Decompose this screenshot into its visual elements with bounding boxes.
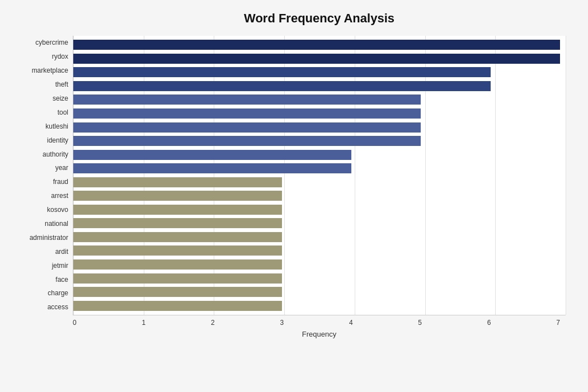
- y-label: cybercrime: [35, 39, 68, 46]
- bar-row: [73, 66, 560, 78]
- bar: [73, 205, 282, 215]
- y-label: charge: [48, 290, 68, 296]
- y-label: access: [48, 304, 68, 310]
- bar-row: [73, 190, 560, 202]
- x-axis-title: Frequency: [73, 330, 566, 338]
- bar: [73, 54, 560, 64]
- y-label: tool: [58, 109, 68, 116]
- bar-row: [73, 149, 560, 161]
- bar-row: [73, 176, 560, 188]
- grid-line: [566, 36, 566, 315]
- bar: [73, 122, 421, 133]
- bar-row: [73, 162, 560, 174]
- bar: [73, 81, 491, 91]
- bar: [73, 177, 282, 187]
- y-label: ardit: [55, 248, 68, 255]
- bar: [73, 95, 421, 105]
- y-label: jetmir: [52, 262, 68, 269]
- y-label: authority: [43, 151, 68, 158]
- bar: [73, 163, 351, 173]
- y-label: identity: [47, 137, 68, 144]
- x-axis-section: 01234567: [11, 317, 566, 327]
- bars-plot: [73, 36, 566, 315]
- y-label: rydox: [52, 53, 68, 60]
- bar: [73, 40, 560, 50]
- bar: [73, 259, 282, 270]
- x-tick-label: 6: [487, 319, 491, 327]
- bar-row: [73, 217, 560, 229]
- bar-row: [73, 93, 560, 106]
- bar-row: [73, 204, 560, 216]
- y-label: seize: [53, 95, 68, 102]
- bar: [73, 150, 351, 160]
- bar-row: [73, 39, 560, 51]
- y-label: face: [55, 276, 68, 283]
- x-tick-label: 3: [280, 319, 284, 327]
- x-tick-label: 0: [73, 319, 77, 327]
- x-tick-label: 4: [349, 319, 353, 327]
- bar: [73, 245, 282, 256]
- bar-row: [73, 258, 560, 271]
- bar: [73, 136, 421, 146]
- bar: [73, 287, 282, 297]
- bar: [73, 301, 282, 311]
- bar-row: [73, 80, 560, 92]
- bar: [73, 218, 282, 228]
- bar: [73, 191, 282, 201]
- bar-row: [73, 135, 560, 147]
- bar: [73, 273, 282, 284]
- bar-row: [73, 231, 560, 243]
- chart-container: Word Frequency Analysis cybercrimerydoxm…: [0, 0, 588, 392]
- bar-row: [73, 107, 560, 120]
- y-label: kosovo: [47, 206, 68, 213]
- chart-area: cybercrimerydoxmarketplacetheftseizetool…: [11, 36, 566, 338]
- y-label: administrator: [30, 234, 68, 241]
- bar-row: [73, 244, 560, 257]
- y-label: kutleshi: [45, 123, 68, 130]
- y-label: theft: [55, 81, 68, 88]
- bar-row: [73, 53, 560, 65]
- bar: [73, 232, 282, 242]
- bars-section: cybercrimerydoxmarketplacetheftseizetool…: [11, 36, 566, 315]
- chart-title: Word Frequency Analysis: [73, 11, 566, 26]
- x-tick-label: 1: [142, 319, 145, 327]
- y-label: marketplace: [32, 67, 68, 74]
- y-label: fraud: [53, 178, 68, 185]
- x-tick-label: 5: [418, 319, 422, 327]
- bar-row: [73, 121, 560, 134]
- y-label: arrest: [51, 192, 68, 199]
- bar-row: [73, 272, 560, 285]
- y-labels: cybercrimerydoxmarketplacetheftseizetool…: [11, 36, 73, 315]
- y-label: year: [55, 164, 68, 171]
- bar-row: [73, 286, 560, 298]
- x-tick-label: 2: [211, 319, 215, 327]
- bar: [73, 67, 491, 77]
- x-tick-label: 7: [556, 319, 560, 327]
- y-label: national: [45, 220, 68, 227]
- bar-row: [73, 300, 560, 312]
- x-axis-labels: 01234567: [73, 317, 566, 327]
- bar: [73, 108, 421, 119]
